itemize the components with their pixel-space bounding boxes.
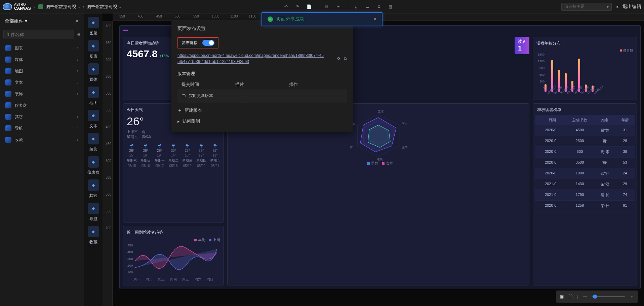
publish-panel: ✕ 页面发布设置 发布链接 https://appcube.cn-north-4… (171, 20, 353, 132)
copy-icon[interactable]: ⧉ (324, 4, 329, 9)
chevron-right-icon: › (77, 114, 78, 119)
chevron-right-icon: › (77, 69, 78, 73)
breadcrumb-item[interactable]: 图书馆数据可视... (87, 4, 121, 10)
category-icon (5, 57, 11, 63)
category-item[interactable]: 其它› (3, 111, 80, 123)
breadcrumb: › 图书馆数据可视... › 图书馆数据可视... (34, 4, 121, 10)
category-item[interactable]: 装饰› (3, 88, 80, 100)
plus-icon: ＋ (177, 107, 182, 113)
new-version-button[interactable]: ＋新建版本 (177, 107, 347, 113)
chevron-right-icon: › (77, 46, 78, 50)
palette-item[interactable]: ◆收藏 (84, 226, 103, 245)
category-icon (5, 45, 11, 51)
palette-label: 仪表盘 (87, 170, 99, 175)
palette-item[interactable]: ◆媒体 (84, 63, 103, 82)
category-icon (5, 137, 11, 143)
category-item[interactable]: 媒体› (3, 54, 80, 65)
palette-item[interactable]: ◆其它 (84, 179, 103, 199)
card-title: 读者年龄分布 (536, 40, 633, 46)
panel-title: 页面发布设置 (177, 26, 206, 32)
access-control-toggle[interactable]: ▸访问限制 (177, 118, 347, 124)
palette-label: 媒体 (89, 77, 97, 82)
settings-icon[interactable]: ⚙ (376, 4, 381, 9)
palette-item[interactable]: ◆导航 (84, 203, 103, 222)
weather-date: 05/15 (142, 134, 151, 138)
share-url[interactable]: https://appcube.cn-north-4.huaweicloud.c… (177, 53, 325, 65)
chevron-right-icon: › (34, 4, 36, 9)
palette-label: 图层 (89, 30, 97, 36)
save-icon[interactable]: 📄 (306, 4, 312, 9)
category-item[interactable]: 文本› (3, 77, 80, 88)
category-icon (5, 79, 11, 86)
app-logo: ASTROCANVAS (3, 3, 31, 10)
palette-icon: ◆ (88, 179, 99, 191)
fit-icon[interactable]: ▣ (560, 294, 564, 299)
palette-item[interactable]: ◆图表 (84, 40, 103, 59)
search-input[interactable] (3, 30, 74, 39)
toast-message: 页面分享成功 (276, 16, 370, 22)
accent-bar (123, 30, 128, 31)
col-header: 日期 (537, 117, 567, 123)
forecast-day: ☔25°11°星期五05/21 (210, 144, 220, 168)
table-row: 2020-0...1000欧*冰24 (535, 168, 635, 179)
rain-icon: ☔ (185, 144, 189, 148)
theme-select[interactable]: 请选择主题 ▾ (561, 3, 612, 11)
close-icon[interactable]: ✕ (75, 19, 79, 24)
publish-toggle[interactable] (202, 40, 214, 46)
palette-icon: ◆ (88, 63, 99, 75)
card-title: 积极读者榜单 (535, 107, 635, 113)
undo-icon[interactable]: ↶ (283, 4, 289, 9)
redo-icon[interactable]: ↷ (295, 4, 300, 9)
download-icon[interactable]: ⭳ (353, 4, 359, 9)
palette-item[interactable]: ◆文本 (84, 110, 103, 129)
split-icon[interactable]: ⧻ (77, 32, 80, 37)
forecast-day: ☔25°13°星期三05/19 (182, 144, 192, 168)
forecast-day: ☔30°14°星期二05/18 (168, 144, 178, 168)
zoom-out-button[interactable]: — (583, 294, 587, 299)
chevron-right-icon: › (77, 137, 78, 142)
fullscreen-icon[interactable]: ⛶ (568, 294, 572, 299)
copy-icon[interactable]: ⧉ (344, 56, 347, 61)
col-header: 描述 (235, 81, 289, 88)
cloud-icon[interactable]: ☁ (365, 4, 370, 9)
component-dropdown[interactable]: 全部组件 ▾ ✕ (3, 16, 80, 26)
col-header: 姓名 (592, 117, 617, 123)
svg-text:300: 300 (127, 257, 133, 261)
zoom-in-button[interactable]: ＋ (630, 294, 634, 300)
category-item[interactable]: 导航› (3, 123, 80, 134)
palette-item[interactable]: ◆图层 (84, 17, 103, 36)
palette-label: 装饰 (89, 146, 97, 152)
chevron-down-icon: ▾ (25, 18, 27, 24)
svg-text:医学: 医学 (402, 146, 408, 149)
rain-icon: ☔ (213, 144, 217, 148)
category-item[interactable]: 图表› (3, 42, 80, 54)
palette-item[interactable]: ◆装饰 (84, 133, 103, 152)
rain-icon: ☔ (199, 144, 203, 148)
palette-label: 其它 (89, 193, 97, 199)
palette-icon: ◆ (88, 133, 99, 144)
ranking-table: 日期总借书数姓名年龄 2020-0...4500翼*除312020-0...23… (535, 115, 635, 211)
exit-edit-button[interactable]: ⇤ 退出编辑 (616, 4, 641, 10)
highlight-box: 发布链接 (177, 37, 218, 48)
toolbar: ↶ ↷ 📄 ⧉ ✈ ⭳ ☁ ⚙ ▦ (283, 4, 399, 10)
legend-item: 上周 (213, 238, 220, 242)
send-icon[interactable]: ✈ (335, 4, 341, 9)
palette-icon: ◆ (88, 226, 99, 237)
category-item[interactable]: 收藏› (3, 134, 80, 145)
chevron-right-icon: › (77, 80, 78, 85)
palette-icon: ◆ (88, 110, 99, 121)
category-item[interactable]: 地图› (3, 65, 80, 77)
palette-item[interactable]: ◆仪表盘 (84, 156, 103, 175)
category-item[interactable]: 仪表盘› (3, 100, 80, 111)
close-icon[interactable]: ✕ (373, 17, 376, 22)
breadcrumb-item[interactable]: 图书馆数据可视... (46, 4, 80, 10)
check-icon: ✓ (268, 16, 273, 22)
chevron-right-icon: › (83, 4, 84, 9)
palette-item[interactable]: ◆地图 (84, 87, 103, 106)
weather-city: 上海市 (127, 129, 138, 134)
svg-text:IT: IT (350, 146, 353, 149)
refresh-icon[interactable]: ⟳ (337, 56, 340, 61)
chevron-right-icon: ▸ (177, 119, 180, 124)
grid-icon[interactable]: ▦ (388, 4, 393, 9)
zoom-slider[interactable] (592, 296, 625, 297)
